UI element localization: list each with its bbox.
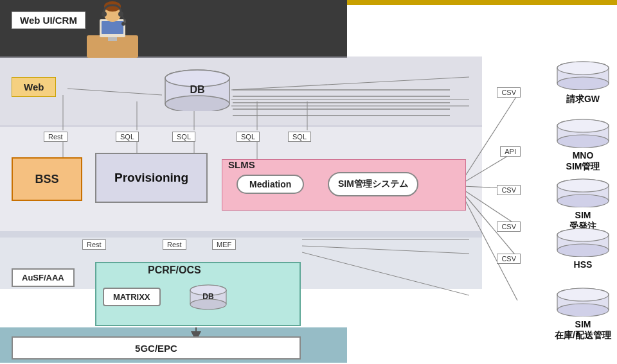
csv-label-2: CSV bbox=[497, 185, 521, 195]
webui-crm-label: Web UI/CRM bbox=[12, 12, 85, 29]
protocol-labels-row1: Rest SQL SQL SQL SQL bbox=[0, 132, 488, 144]
system-mno: MNO SIM管理 bbox=[554, 119, 612, 172]
provisioning-box: Provisioning bbox=[95, 153, 208, 203]
svg-point-31 bbox=[557, 135, 609, 148]
svg-point-26 bbox=[557, 62, 609, 74]
sql-label-4: SQL bbox=[288, 132, 311, 142]
system-sim-stock: SIM 在庫/配送管理 bbox=[554, 288, 612, 341]
api-label: API bbox=[500, 146, 521, 157]
ausf-box: AuSF/AAA bbox=[12, 268, 75, 287]
matrixx-box: MATRIXX bbox=[103, 288, 161, 306]
csv-label-4: CSV bbox=[497, 254, 521, 264]
protocol-labels-row2: Rest Rest MEF bbox=[0, 239, 488, 252]
csv-label-1: CSV bbox=[497, 87, 521, 98]
rest-label-1: Rest bbox=[44, 132, 67, 142]
system-hss: HSS bbox=[554, 228, 612, 270]
svg-point-25 bbox=[557, 77, 609, 90]
svg-point-38 bbox=[557, 179, 609, 192]
svg-point-8 bbox=[121, 22, 125, 26]
webui-header bbox=[0, 0, 347, 58]
svg-point-11 bbox=[165, 96, 229, 111]
sql-label-2: SQL bbox=[172, 132, 195, 142]
system5-label: SIM 在庫/配送管理 bbox=[554, 319, 612, 341]
bss-box: BSS bbox=[12, 157, 82, 201]
svg-text:DB: DB bbox=[202, 292, 214, 301]
svg-point-44 bbox=[557, 229, 609, 241]
agent-icon bbox=[84, 0, 141, 58]
svg-point-32 bbox=[557, 119, 609, 132]
system2-label: MNO SIM管理 bbox=[554, 150, 612, 172]
slms-label: SLMS bbox=[228, 159, 255, 170]
system-seikyugw: 請求GW bbox=[554, 61, 612, 105]
system1-label: 請求GW bbox=[554, 94, 612, 105]
diagram-container: Web UI/CRM Web bbox=[0, 0, 617, 364]
mef-label: MEF bbox=[212, 239, 236, 250]
rest-label-2: Rest bbox=[82, 239, 106, 250]
web-box: Web bbox=[12, 77, 56, 97]
system-sim-order: SIM 受発注 bbox=[554, 178, 612, 232]
rest-label-3: Rest bbox=[163, 239, 186, 250]
gray-band-db bbox=[0, 56, 482, 127]
sim-mgmt-box: SIM管理システム bbox=[328, 172, 418, 196]
csv-label-3: CSV bbox=[497, 221, 521, 232]
svg-point-50 bbox=[557, 288, 609, 301]
svg-point-37 bbox=[557, 195, 609, 207]
sql-label-3: SQL bbox=[237, 132, 260, 142]
svg-point-6 bbox=[102, 12, 107, 17]
svg-point-43 bbox=[557, 244, 609, 257]
svg-text:DB: DB bbox=[190, 84, 204, 95]
system4-label: HSS bbox=[554, 259, 612, 270]
svg-point-49 bbox=[557, 304, 609, 316]
db-cylinder: DB bbox=[162, 69, 233, 114]
mediation-box: Mediation bbox=[237, 175, 304, 194]
db-small-cylinder: DB bbox=[188, 284, 229, 313]
fivegc-box: 5GC/EPC bbox=[12, 336, 301, 360]
svg-rect-3 bbox=[108, 37, 117, 41]
svg-rect-2 bbox=[102, 21, 123, 34]
pcrf-label: PCRF/OCS bbox=[148, 264, 201, 276]
sql-label-1: SQL bbox=[116, 132, 139, 142]
